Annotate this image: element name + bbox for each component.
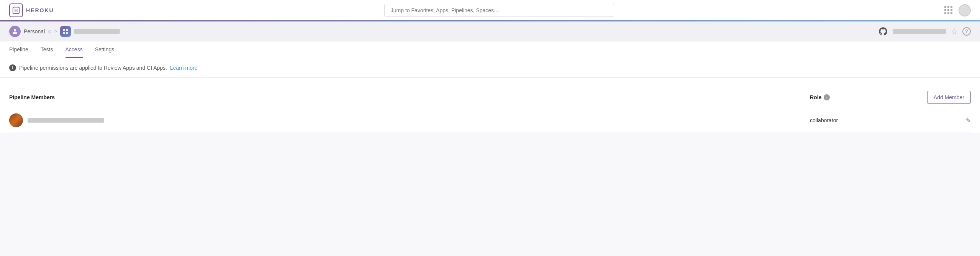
breadcrumb-chevron: ◇	[48, 29, 51, 34]
member-name-blurred	[28, 118, 104, 123]
svg-rect-4	[66, 29, 68, 31]
star-icon[interactable]: ☆	[951, 27, 958, 36]
role-info-icon: i	[824, 94, 830, 100]
top-nav: H HEROKU	[0, 0, 980, 21]
breadcrumb-right: ☆ ?	[878, 26, 971, 36]
member-info	[9, 113, 810, 127]
role-value: collaborator	[810, 117, 838, 123]
help-icon[interactable]: ?	[962, 27, 971, 36]
personal-account-icon	[9, 26, 21, 37]
table-header-row: Pipeline Members Role i Add Member	[9, 87, 971, 108]
member-avatar	[9, 113, 23, 127]
info-message: Pipeline permissions are applied to Revi…	[19, 65, 167, 71]
grid-icon[interactable]	[944, 6, 952, 14]
table-row: collaborator ✎	[9, 108, 971, 133]
svg-point-2	[14, 29, 16, 31]
breadcrumb-left: Personal ◇ >	[9, 26, 120, 37]
user-avatar[interactable]	[959, 4, 971, 16]
search-bar	[384, 4, 614, 17]
info-text: Pipeline permissions are applied to Revi…	[19, 65, 197, 71]
repo-name-blurred	[893, 29, 946, 34]
member-role: collaborator	[810, 117, 925, 123]
heroku-logo-icon: H	[9, 3, 23, 17]
github-icon[interactable]	[878, 26, 888, 36]
svg-rect-5	[63, 32, 65, 34]
app-icon	[60, 26, 71, 37]
header-action: Add Member	[925, 91, 971, 104]
tab-pipeline[interactable]: Pipeline	[9, 46, 28, 58]
members-section: Pipeline Members Role i Add Member colla…	[0, 78, 980, 133]
breadcrumb-bar: Personal ◇ > ☆ ?	[0, 21, 980, 41]
tab-access[interactable]: Access	[66, 46, 83, 58]
nav-left: H HEROKU	[9, 3, 54, 17]
edit-member-icon[interactable]: ✎	[966, 117, 971, 124]
content-area: i Pipeline permissions are applied to Re…	[0, 58, 980, 133]
tab-tests[interactable]: Tests	[41, 46, 53, 58]
info-banner: i Pipeline permissions are applied to Re…	[0, 58, 980, 78]
tab-bar: Pipeline Tests Access Settings	[0, 41, 980, 58]
app-name-blurred	[74, 29, 120, 34]
search-input[interactable]	[384, 4, 614, 17]
nav-right	[944, 4, 971, 16]
member-action: ✎	[925, 117, 971, 124]
svg-text:H: H	[15, 8, 18, 13]
header-members: Pipeline Members	[9, 94, 810, 100]
svg-rect-3	[63, 29, 65, 31]
tab-settings[interactable]: Settings	[95, 46, 115, 58]
info-icon: i	[9, 64, 16, 71]
learn-more-link[interactable]: Learn more	[170, 65, 198, 71]
header-role: Role i	[810, 94, 925, 100]
personal-label[interactable]: Personal	[24, 28, 45, 34]
heroku-logo[interactable]: H HEROKU	[9, 3, 54, 17]
heroku-logo-text: HEROKU	[26, 7, 54, 13]
add-member-button[interactable]: Add Member	[927, 91, 971, 104]
breadcrumb-separator: >	[54, 29, 57, 34]
svg-rect-6	[66, 32, 68, 34]
